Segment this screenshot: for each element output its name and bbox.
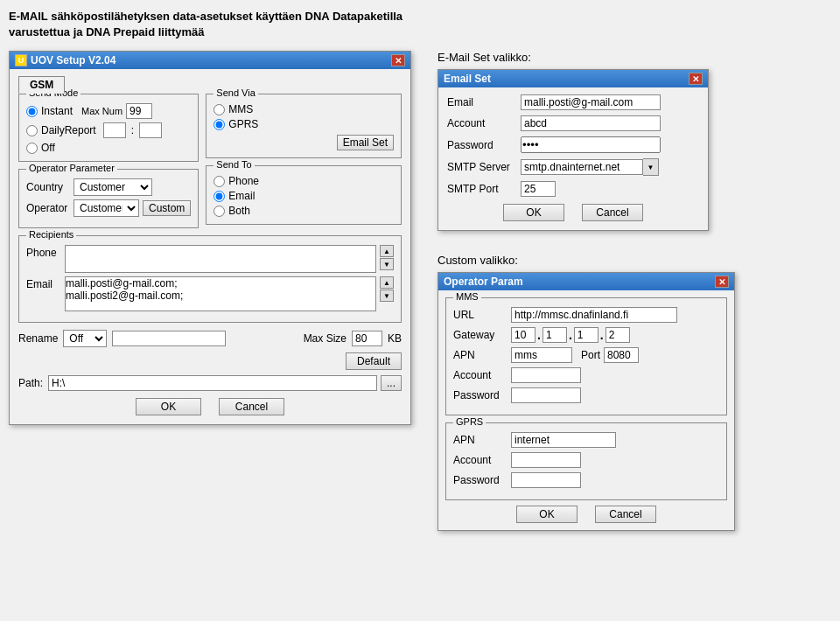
- gprs-radio[interactable]: [214, 119, 225, 130]
- port-input[interactable]: [604, 347, 639, 363]
- max-size-input[interactable]: [352, 331, 382, 346]
- instant-label: Instant: [41, 105, 73, 117]
- gprs-password-label: Password: [453, 474, 508, 486]
- rename-input[interactable]: [112, 331, 226, 346]
- gprs-account-label: Account: [453, 454, 508, 466]
- es-email-input[interactable]: [521, 94, 661, 110]
- main-cancel-button[interactable]: Cancel: [219, 398, 284, 415]
- es-email-label: Email: [447, 96, 517, 108]
- operator-param-group: Operator Parameter Country Customer Oper: [18, 169, 199, 228]
- operator-select[interactable]: Customer1: [74, 199, 139, 217]
- url-label: URL: [453, 309, 508, 321]
- phone-send-radio[interactable]: [214, 176, 225, 187]
- off-radio[interactable]: [26, 143, 38, 154]
- custom-dialog-titlebar: Operator Param ✕: [438, 273, 734, 290]
- path-input[interactable]: [48, 375, 377, 391]
- gprs-label: GPRS: [228, 118, 258, 130]
- email-recip-input[interactable]: malli.posti@g-mail.com; malli.posti2@g-m…: [65, 276, 376, 311]
- es-smtp-server-label: SMTP Server: [447, 161, 517, 173]
- tab-gsm[interactable]: GSM: [18, 76, 65, 94]
- max-num-label: Max Num: [81, 106, 122, 116]
- es-password-input[interactable]: [521, 136, 661, 153]
- operator-param-label: Operator Parameter: [26, 163, 117, 173]
- phone-recip-label: Phone: [26, 245, 61, 259]
- email-set-section-title: E-Mail Set valikko:: [438, 51, 744, 64]
- path-label: Path:: [18, 377, 45, 389]
- app-icon: U: [15, 54, 27, 66]
- custom-ok-button[interactable]: OK: [516, 506, 578, 523]
- custom-cancel-button[interactable]: Cancel: [595, 506, 656, 523]
- gprs-apn-input[interactable]: [511, 432, 616, 448]
- main-ok-button[interactable]: OK: [136, 398, 201, 415]
- phone-scroll-up[interactable]: ▲: [380, 245, 394, 257]
- es-smtp-port-input[interactable]: [521, 181, 556, 197]
- es-smtp-port-label: SMTP Port: [447, 183, 517, 195]
- custom-close[interactable]: ✕: [715, 276, 729, 288]
- phone-scroll-down[interactable]: ▼: [380, 258, 394, 270]
- send-via-group: Send Via MMS GPRS: [206, 94, 402, 158]
- phone-send-label: Phone: [228, 175, 259, 187]
- daily-m-input[interactable]: [139, 122, 162, 138]
- daily-report-label: DailyReport: [41, 124, 96, 136]
- default-button[interactable]: Default: [346, 352, 402, 370]
- max-num-input[interactable]: [126, 103, 152, 119]
- daily-h-input[interactable]: [103, 122, 126, 138]
- email-scroll: ▲ ▼: [380, 276, 394, 302]
- es-account-label: Account: [447, 117, 517, 129]
- mms-group-label: MMS: [453, 291, 481, 302]
- mms-radio[interactable]: [214, 104, 225, 115]
- smtp-dropdown-arrow[interactable]: ▼: [643, 158, 659, 176]
- both-send-label: Both: [228, 205, 250, 217]
- gprs-apn-label: APN: [453, 434, 508, 446]
- mms-password-label: Password: [453, 389, 508, 401]
- custom-dialog: Operator Param ✕ MMS URL Gateway: [438, 272, 735, 531]
- phone-recip-input[interactable]: [65, 245, 376, 273]
- email-set-button[interactable]: Email Set: [337, 135, 394, 150]
- send-mode-group: Send Mode Instant Max Num: [18, 94, 199, 162]
- email-send-radio[interactable]: [214, 191, 225, 202]
- gprs-password-input[interactable]: [511, 472, 581, 488]
- es-password-label: Password: [447, 139, 517, 151]
- es-ok-button[interactable]: OK: [503, 204, 564, 221]
- main-dialog-titlebar: U UOV Setup V2.04 ✕: [10, 52, 410, 69]
- main-dialog: U UOV Setup V2.04 ✕ GSM Send Mode: [9, 51, 411, 425]
- es-cancel-button[interactable]: Cancel: [582, 204, 643, 221]
- email-scroll-up[interactable]: ▲: [380, 276, 394, 289]
- send-via-label: Send Via: [214, 87, 257, 98]
- gateway-4-input[interactable]: [606, 327, 630, 343]
- send-to-label: Send To: [214, 159, 254, 170]
- mms-account-input[interactable]: [511, 367, 581, 383]
- browse-button[interactable]: ...: [381, 375, 402, 391]
- both-send-radio[interactable]: [214, 206, 225, 217]
- daily-report-radio[interactable]: [26, 125, 38, 136]
- url-input[interactable]: [511, 307, 677, 323]
- email-set-title: Email Set: [444, 73, 491, 85]
- es-account-input[interactable]: [521, 115, 661, 131]
- es-smtp-input[interactable]: [521, 159, 643, 175]
- custom-button[interactable]: Custom: [143, 200, 191, 216]
- recipients-group: Recipients Phone ▲ ▼ Email mall: [18, 235, 402, 323]
- email-set-dialog: Email Set ✕ Email Account Password: [438, 69, 709, 231]
- max-size-label: Max Size: [304, 332, 346, 345]
- gateway-1-input[interactable]: [511, 327, 536, 343]
- kb-label: KB: [388, 332, 402, 345]
- email-set-close[interactable]: ✕: [689, 73, 703, 85]
- instant-radio[interactable]: [26, 106, 38, 117]
- gateway-2-input[interactable]: [542, 327, 567, 343]
- off-label: Off: [41, 142, 55, 154]
- gprs-group: GPRS APN Account Password: [445, 422, 727, 500]
- gprs-account-input[interactable]: [511, 452, 581, 468]
- mms-apn-input[interactable]: [511, 347, 572, 363]
- rename-label: Rename: [18, 332, 58, 345]
- gateway-3-input[interactable]: [574, 327, 598, 343]
- country-select[interactable]: Customer: [74, 178, 152, 196]
- mms-account-label: Account: [453, 369, 508, 381]
- rename-select[interactable]: Off: [63, 330, 107, 347]
- email-recip-label: Email: [26, 276, 61, 290]
- mms-apn-label: APN: [453, 349, 508, 361]
- mms-label: MMS: [228, 103, 253, 115]
- mms-password-input[interactable]: [511, 387, 581, 403]
- main-dialog-close[interactable]: ✕: [391, 54, 405, 66]
- email-scroll-down[interactable]: ▼: [380, 290, 394, 302]
- email-set-titlebar: Email Set ✕: [438, 70, 708, 87]
